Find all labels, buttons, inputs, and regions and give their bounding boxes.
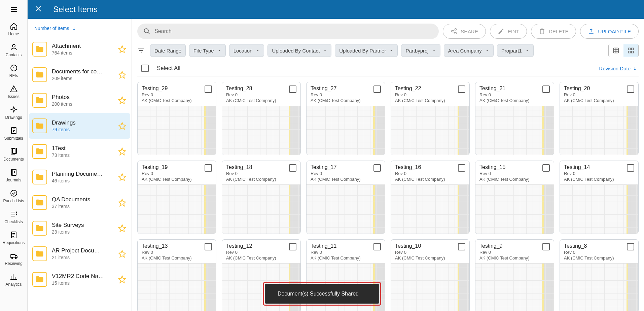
card-checkbox[interactable] — [373, 243, 381, 250]
card-checkbox[interactable] — [373, 85, 381, 93]
rail-item-issues[interactable]: Issues — [3, 81, 25, 102]
rail-item-receiving[interactable]: Receiving — [3, 248, 25, 269]
rail-item-punch-lists[interactable]: Punch Lists — [3, 186, 25, 207]
star-button[interactable] — [118, 147, 126, 156]
filter-chip[interactable]: Partbyproj — [401, 44, 440, 57]
rail-item-requisitions[interactable]: Requisitions — [3, 228, 25, 248]
folder-item[interactable]: Attachment 764 items — [29, 36, 130, 62]
filter-chip[interactable]: File Type — [189, 44, 226, 57]
card-owner: AK (CMiC Test Company) — [142, 255, 205, 261]
card-checkbox[interactable] — [542, 85, 550, 93]
rail-item-contacts[interactable]: Contacts — [3, 40, 25, 61]
document-card[interactable]: Testing_22 Rev 0 AK (CMiC Test Company) — [391, 82, 470, 155]
select-all-checkbox[interactable] — [141, 65, 149, 72]
hamburger-button[interactable] — [5, 3, 23, 16]
folder-item[interactable]: V12MR2 Code Na… 15 items — [29, 267, 130, 292]
close-button[interactable] — [34, 5, 42, 14]
document-card[interactable]: Testing_27 Rev 0 AK (CMiC Test Company) — [306, 82, 385, 155]
svg-rect-16 — [632, 51, 634, 53]
filter-chip[interactable]: Location — [229, 44, 264, 57]
document-card[interactable]: Testing_10 Rev 0 AK (CMiC Test Company) — [391, 239, 470, 311]
card-checkbox[interactable] — [289, 85, 296, 93]
card-checkbox[interactable] — [205, 85, 212, 93]
folder-item[interactable]: Drawings 79 items — [29, 113, 130, 139]
menu-icon — [10, 5, 18, 13]
filter-chip[interactable]: Uploaded By Contact — [267, 44, 331, 57]
card-checkbox[interactable] — [627, 243, 634, 250]
document-card[interactable]: Testing_8 Rev 0 AK (CMiC Test Company) — [560, 239, 639, 311]
rail-item-analytics[interactable]: Analytics — [3, 269, 25, 290]
edit-button[interactable]: EDIT — [490, 24, 527, 39]
star-button[interactable] — [118, 45, 126, 53]
card-checkbox[interactable] — [373, 164, 381, 172]
rail-item-submittals[interactable]: Submittals — [3, 123, 25, 144]
filter-icon — [137, 46, 145, 55]
search-input[interactable] — [154, 28, 433, 34]
card-checkbox[interactable] — [542, 243, 550, 250]
card-revision: Rev 0 — [226, 171, 289, 176]
delete-button[interactable]: DELETE — [531, 24, 576, 39]
document-card[interactable]: Testing_16 Rev 0 AK (CMiC Test Company) — [391, 161, 470, 234]
star-button[interactable] — [118, 199, 126, 207]
card-checkbox[interactable] — [542, 164, 550, 172]
folder-item[interactable]: QA Documents 37 items — [29, 190, 130, 215]
card-checkbox[interactable] — [458, 85, 465, 93]
card-checkbox[interactable] — [205, 164, 212, 172]
folder-item[interactable]: AR Project Docu… 21 items — [29, 241, 130, 267]
card-checkbox[interactable] — [289, 164, 296, 172]
document-card[interactable]: Testing_20 Rev 0 AK (CMiC Test Company) — [560, 82, 639, 155]
document-card[interactable]: Testing_28 Rev 0 AK (CMiC Test Company) — [222, 82, 301, 155]
folder-sort[interactable]: Number of Items — [28, 23, 132, 36]
star-button[interactable] — [118, 275, 126, 283]
star-button[interactable] — [118, 71, 126, 79]
card-checkbox[interactable] — [458, 243, 465, 250]
document-card[interactable]: Testing_17 Rev 0 AK (CMiC Test Company) — [306, 161, 385, 234]
card-checkbox[interactable] — [289, 243, 296, 250]
card-checkbox[interactable] — [458, 164, 465, 172]
document-card[interactable]: Testing_15 Rev 0 AK (CMiC Test Company) — [475, 161, 554, 234]
rail-item-documents[interactable]: Documents — [3, 144, 25, 165]
rail-item-drawings[interactable]: Drawings — [3, 102, 25, 123]
rail-item-checklists[interactable]: Checklists — [3, 207, 25, 228]
star-button[interactable] — [118, 96, 126, 104]
grid-view-button[interactable] — [623, 44, 638, 57]
document-card[interactable]: Testing_19 Rev 0 AK (CMiC Test Company) — [137, 161, 216, 234]
svg-rect-5 — [11, 169, 16, 175]
folder-item[interactable]: 1Test 73 items — [29, 139, 130, 164]
folder-item[interactable]: Planning Docume… 46 items — [29, 164, 130, 190]
folder-item[interactable]: Photos 200 items — [29, 88, 130, 113]
share-button[interactable]: SHARE — [443, 24, 486, 39]
filter-chip[interactable]: Uploaded By Partner — [335, 44, 398, 57]
document-card[interactable]: Testing_21 Rev 0 AK (CMiC Test Company) — [475, 82, 554, 155]
filter-chip[interactable]: Date Range — [150, 44, 186, 57]
rail-item-journals[interactable]: Journals — [3, 165, 25, 186]
document-card[interactable]: Testing_9 Rev 0 AK (CMiC Test Company) — [475, 239, 554, 311]
filter-chip[interactable]: Projpart1 — [497, 44, 534, 57]
star-button[interactable] — [118, 122, 126, 130]
edit-label: EDIT — [508, 29, 519, 34]
card-checkbox[interactable] — [205, 243, 212, 250]
document-card[interactable]: Testing_13 Rev 0 AK (CMiC Test Company) — [137, 239, 216, 311]
folder-item[interactable]: Site Surveys 23 items — [29, 215, 130, 241]
card-checkbox[interactable] — [627, 85, 634, 93]
document-card[interactable]: Testing_29 Rev 0 AK (CMiC Test Company) — [137, 82, 216, 155]
document-card[interactable]: Testing_18 Rev 0 AK (CMiC Test Company) — [222, 161, 301, 234]
folder-item[interactable]: Documents for co… 209 items — [29, 62, 130, 88]
list-view-button[interactable] — [609, 44, 623, 57]
home-icon — [10, 22, 18, 30]
filter-button[interactable] — [137, 46, 145, 55]
list-icon — [613, 47, 619, 54]
card-checkbox[interactable] — [627, 164, 634, 172]
star-button[interactable] — [118, 224, 126, 232]
card-owner: AK (CMiC Test Company) — [395, 177, 458, 182]
rail-item-home[interactable]: Home — [3, 19, 25, 40]
filter-chip[interactable]: Area Company — [444, 44, 494, 57]
search-box[interactable] — [137, 24, 439, 39]
star-button[interactable] — [118, 250, 126, 258]
grid-sort[interactable]: Revision Date — [599, 66, 637, 71]
document-card[interactable]: Testing_14 Rev 0 AK (CMiC Test Company) — [560, 161, 639, 234]
card-thumbnail — [138, 184, 216, 234]
rail-item-rfis[interactable]: RFIs — [3, 61, 25, 81]
star-button[interactable] — [118, 173, 126, 181]
upload-button[interactable]: UPLOAD FILE — [580, 24, 639, 39]
